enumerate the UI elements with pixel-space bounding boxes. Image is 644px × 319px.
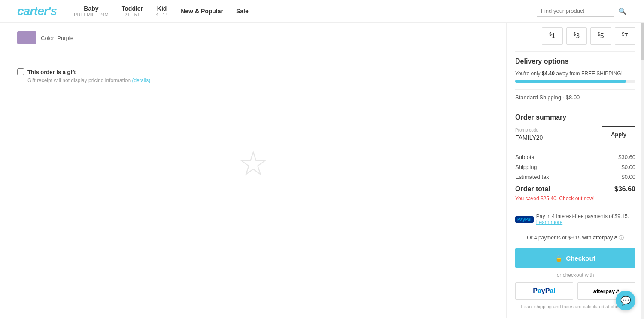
savings-text: You saved $25.40. Check out now! <box>515 196 635 202</box>
gift-section: This order is a gift Gift receipt will n… <box>17 62 489 90</box>
shipping-amount: $4.40 <box>542 71 555 77</box>
gift-label: This order is a gift <box>27 69 76 75</box>
gift-checkbox[interactable] <box>17 68 24 75</box>
shipping-option: Standard Shipping · $8.00 <box>515 89 635 105</box>
paypal-installment-text: Pay in 4 interest-free payments of $9.15… <box>536 213 635 225</box>
afterpay-line: Or 4 payments of $9.15 with afterpay↗ ⓘ <box>515 234 635 242</box>
order-total-label: Order total <box>515 185 550 193</box>
promo-input-wrap: Promo code <box>515 128 598 142</box>
search-input[interactable] <box>537 6 614 17</box>
tax-value: $0.00 <box>621 174 635 180</box>
tip-3-button[interactable]: $3 <box>566 27 587 45</box>
subtotal-label: Subtotal <box>515 154 536 160</box>
gift-details-link[interactable]: (details) <box>132 77 150 83</box>
tip-7-button[interactable]: $7 <box>615 27 635 45</box>
color-filter-row: Color: Purple <box>17 31 489 53</box>
order-sidebar: $1 $3 $5 $7 Delivery options You're only… <box>507 23 644 318</box>
nav-kid[interactable]: Kid 4 - 14 <box>156 5 168 17</box>
tax-label: Estimated tax <box>515 174 549 180</box>
order-summary: Order summary Promo code Apply Subtotal … <box>515 113 635 309</box>
scrollbar[interactable] <box>641 0 644 318</box>
shipping-progress-text: You're only $4.40 away from FREE SHIPPIN… <box>515 71 635 77</box>
promo-row: Promo code Apply <box>515 126 635 147</box>
search-icon[interactable]: 🔍 <box>618 7 627 15</box>
checkout-button[interactable]: 🔒 Checkout <box>515 248 635 268</box>
afterpay-logo-text: afterpay↗ <box>593 235 617 241</box>
delivery-title: Delivery options <box>515 58 635 65</box>
paypal-logo: PayPal <box>533 287 556 295</box>
cart-left-panel: Color: Purple This order is a gift Gift … <box>0 23 507 318</box>
site-logo[interactable]: carter's <box>17 4 57 18</box>
nav-new-popular[interactable]: New & Popular <box>181 8 223 15</box>
shipping-progress-bar <box>515 80 635 83</box>
apply-button[interactable]: Apply <box>602 126 635 142</box>
order-total-line: Order total $36.60 <box>515 185 635 193</box>
gift-note: Gift receipt will not display pricing in… <box>27 77 489 83</box>
tip-1-button[interactable]: $1 <box>542 27 562 45</box>
shipping-line: Shipping $0.00 <box>515 164 635 170</box>
main-container: Color: Purple This order is a gift Gift … <box>0 23 644 318</box>
promo-input[interactable] <box>515 133 598 142</box>
chat-button[interactable]: 💬 <box>616 291 635 310</box>
paypal-button[interactable]: PayPal <box>515 282 573 300</box>
tip-5-button[interactable]: $5 <box>590 27 611 45</box>
tax-line: Estimated tax $0.00 <box>515 174 635 180</box>
color-swatch <box>17 31 36 44</box>
color-label: Color: Purple <box>41 35 73 41</box>
gift-checkbox-row: This order is a gift <box>17 68 489 75</box>
paypal-badge: PayPal <box>515 216 534 223</box>
afterpay-info-icon[interactable]: ⓘ <box>619 235 624 241</box>
empty-cart-area: ☆ <box>17 99 489 228</box>
site-header: carter's Baby PREEMIE - 24M Toddler 2T -… <box>0 0 644 23</box>
shipping-value: $0.00 <box>621 164 635 170</box>
subtotal-line: Subtotal $30.60 <box>515 154 635 160</box>
lock-icon: 🔒 <box>555 255 562 262</box>
shipping-label: Shipping <box>515 164 537 170</box>
nav-sale[interactable]: Sale <box>236 8 249 15</box>
promo-label: Promo code <box>515 128 598 132</box>
star-icon: ☆ <box>238 144 269 184</box>
tip-amounts: $1 $3 $5 $7 <box>515 27 635 45</box>
main-nav: Baby PREEMIE - 24M Toddler 2T - 5T Kid 4… <box>74 5 537 17</box>
nav-toddler[interactable]: Toddler 2T - 5T <box>122 5 143 17</box>
paypal-installments: PayPal Pay in 4 interest-free payments o… <box>515 209 635 230</box>
order-summary-title: Order summary <box>515 113 635 121</box>
subtotal-value: $30.60 <box>618 154 635 160</box>
or-checkout-text: or checkout with <box>515 272 635 278</box>
checkout-label: Checkout <box>566 255 595 262</box>
order-total-value: $36.60 <box>614 185 635 193</box>
afterpay-btn-label: afterpay↗ <box>593 288 620 294</box>
progress-bar-fill <box>515 80 626 83</box>
paypal-learn-more-link[interactable]: Learn more <box>536 219 562 225</box>
search-area: 🔍 <box>537 6 627 17</box>
nav-baby[interactable]: Baby PREEMIE - 24M <box>74 5 109 17</box>
